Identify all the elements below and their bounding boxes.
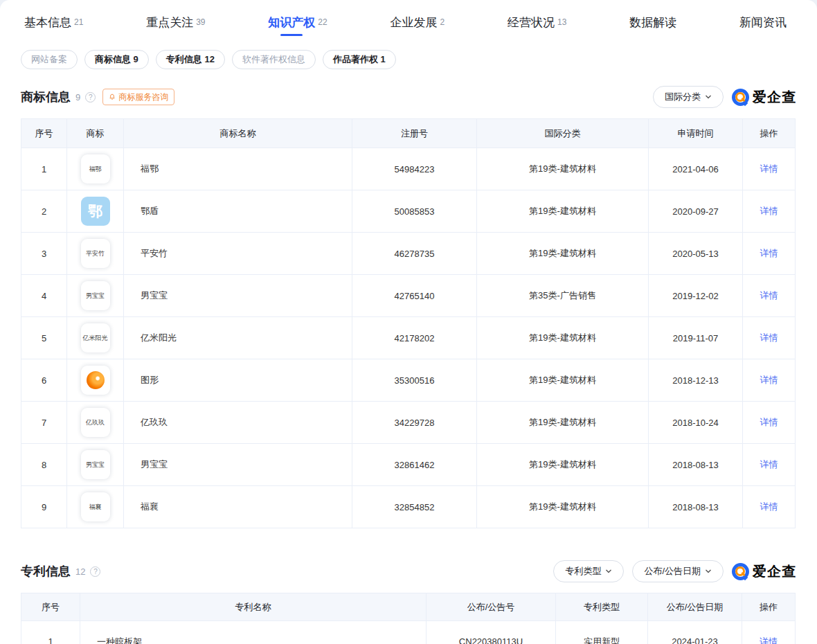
sub-pill-0[interactable]: 网站备案	[21, 50, 78, 69]
serial-cell: 8	[21, 444, 67, 486]
trademark-row: 1福鄂福鄂54984223第19类-建筑材料2021-04-06详情	[21, 148, 796, 190]
class-cell: 第19类-建筑材料	[477, 190, 649, 233]
action-cell: 详情	[743, 486, 796, 528]
aiqicha-logo-icon	[732, 89, 749, 106]
trademark-image[interactable]: 平安竹	[81, 239, 110, 268]
trademark-image[interactable]: 福襄	[81, 492, 110, 521]
class-cell: 第19类-建筑材料	[477, 317, 649, 359]
serial-cell: 5	[21, 317, 67, 359]
name-cell: 亿米阳光	[124, 317, 352, 359]
detail-link[interactable]: 详情	[760, 417, 778, 427]
trademark-row: 9福襄福襄32854852第19类-建筑材料2018-08-13详情	[21, 486, 796, 528]
tab-4[interactable]: 经营状况13	[508, 15, 566, 30]
date-cell: 2018-08-13	[649, 444, 743, 486]
detail-link[interactable]: 详情	[760, 248, 778, 258]
detail-link[interactable]: 详情	[760, 501, 778, 512]
class-cell: 第35类-广告销售	[477, 275, 649, 317]
tab-2[interactable]: 知识产权22	[268, 15, 327, 36]
action-cell: 详情	[743, 359, 796, 402]
help-icon[interactable]: ?	[85, 92, 96, 102]
trademark-row: 8男宝宝男宝宝32861462第19类-建筑材料2018-08-13详情	[21, 444, 796, 486]
trademark-image[interactable]: 男宝宝	[81, 450, 110, 479]
detail-link[interactable]: 详情	[760, 375, 778, 385]
trademark-section-header: 商标信息 9 ? 商标服务咨询 国际分类 爱企查	[21, 86, 796, 108]
column-header: 操作	[742, 593, 796, 621]
trademark-image-text: 鄂	[88, 202, 102, 221]
action-cell: 详情	[743, 275, 796, 317]
top-nav: 基本信息21重点关注39知识产权22企业发展2经营状况13数据解读新闻资讯	[0, 0, 817, 36]
trademark-image[interactable]: 亿米阳光	[81, 323, 110, 352]
trademark-table: 序号商标商标名称注册号国际分类申请时间操作 1福鄂福鄂54984223第19类-…	[21, 118, 796, 528]
serial-cell: 6	[21, 359, 67, 402]
trademark-image[interactable]: 鄂	[81, 197, 110, 226]
tab-label: 经营状况	[508, 15, 555, 30]
mark-cell: 男宝宝	[67, 275, 124, 317]
action-cell: 详情	[743, 148, 796, 190]
patent-name-cell: 一种晾板架	[80, 621, 427, 644]
trademark-table-header: 序号商标商标名称注册号国际分类申请时间操作	[21, 119, 796, 148]
intl-class-filter[interactable]: 国际分类	[653, 86, 724, 108]
trademark-image[interactable]: 福鄂	[81, 154, 110, 184]
patent-section-header: 专利信息 12 ? 专利类型 公布/公告日期 爱企查	[21, 560, 796, 582]
help-icon[interactable]: ?	[90, 566, 100, 577]
mark-cell: 亿玖玖	[67, 402, 124, 444]
reg-no-cell: 32861462	[352, 444, 477, 486]
tab-5[interactable]: 数据解读	[629, 15, 676, 30]
detail-link[interactable]: 详情	[760, 459, 778, 469]
date-cell: 2018-08-13	[649, 486, 743, 528]
trademark-image[interactable]: 亿玖玖	[81, 408, 110, 437]
chevron-down-icon	[605, 568, 612, 575]
chevron-down-icon	[705, 93, 712, 100]
name-cell: 鄂盾	[124, 190, 352, 233]
patent-type-filter[interactable]: 专利类型	[553, 560, 624, 582]
patent-date-filter[interactable]: 公布/公告日期	[632, 560, 724, 582]
sub-pill-1[interactable]: 商标信息 9	[84, 50, 149, 69]
column-header: 序号	[21, 119, 67, 148]
date-cell: 2020-05-13	[649, 233, 743, 275]
serial-cell: 7	[21, 402, 67, 444]
detail-link[interactable]: 详情	[760, 636, 778, 644]
tab-label: 企业发展	[390, 15, 438, 30]
action-cell: 详情	[742, 621, 796, 644]
detail-link[interactable]: 详情	[760, 163, 778, 174]
detail-link[interactable]: 详情	[760, 290, 778, 301]
trademark-image[interactable]	[81, 366, 110, 395]
trademark-image[interactable]: 男宝宝	[81, 281, 110, 310]
class-cell: 第19类-建筑材料	[477, 486, 649, 528]
class-cell: 第19类-建筑材料	[477, 233, 649, 275]
column-header: 商标名称	[124, 119, 352, 148]
action-cell: 详情	[743, 233, 796, 275]
reg-no-cell: 32854852	[352, 486, 477, 528]
sub-pill-3[interactable]: 软件著作权信息	[232, 50, 316, 69]
tab-1[interactable]: 重点关注39	[146, 15, 205, 30]
sub-pill-4[interactable]: 作品著作权 1	[323, 50, 396, 69]
date-cell: 2021-04-06	[649, 148, 743, 190]
serial-cell: 9	[21, 486, 67, 528]
action-cell: 详情	[743, 317, 796, 359]
column-header: 操作	[743, 119, 796, 148]
detail-link[interactable]: 详情	[760, 206, 778, 216]
tab-label: 基本信息	[24, 15, 71, 30]
trademark-consult-button[interactable]: 商标服务咨询	[102, 89, 174, 105]
date-cell: 2019-12-02	[649, 275, 743, 317]
tab-6[interactable]: 新闻资讯	[739, 15, 787, 30]
mark-cell: 亿米阳光	[67, 317, 124, 359]
name-cell: 图形	[124, 359, 352, 402]
trademark-row: 4男宝宝男宝宝42765140第35类-广告销售2019-12-02详情	[21, 275, 796, 317]
pub-date-cell: 2024-01-23	[648, 621, 742, 644]
name-cell: 亿玖玖	[124, 402, 352, 444]
column-header: 序号	[21, 593, 80, 621]
patent-type-cell: 实用新型	[556, 621, 648, 644]
column-header: 国际分类	[477, 119, 649, 148]
tab-label: 重点关注	[146, 15, 193, 30]
detail-link[interactable]: 详情	[760, 332, 778, 343]
serial-cell: 1	[21, 148, 67, 190]
trademark-image-text: 亿玖玖	[86, 418, 105, 427]
patent-table-header: 序号专利名称公布/公告号专利类型公布/公告日期操作	[21, 593, 796, 621]
sub-pill-2[interactable]: 专利信息 12	[156, 50, 225, 69]
column-header: 专利类型	[556, 593, 648, 621]
tab-0[interactable]: 基本信息21	[24, 15, 83, 30]
trademark-row: 2鄂鄂盾50085853第19类-建筑材料2020-09-27详情	[21, 190, 796, 233]
reg-no-cell: 42178202	[352, 317, 477, 359]
tab-3[interactable]: 企业发展2	[390, 15, 445, 30]
